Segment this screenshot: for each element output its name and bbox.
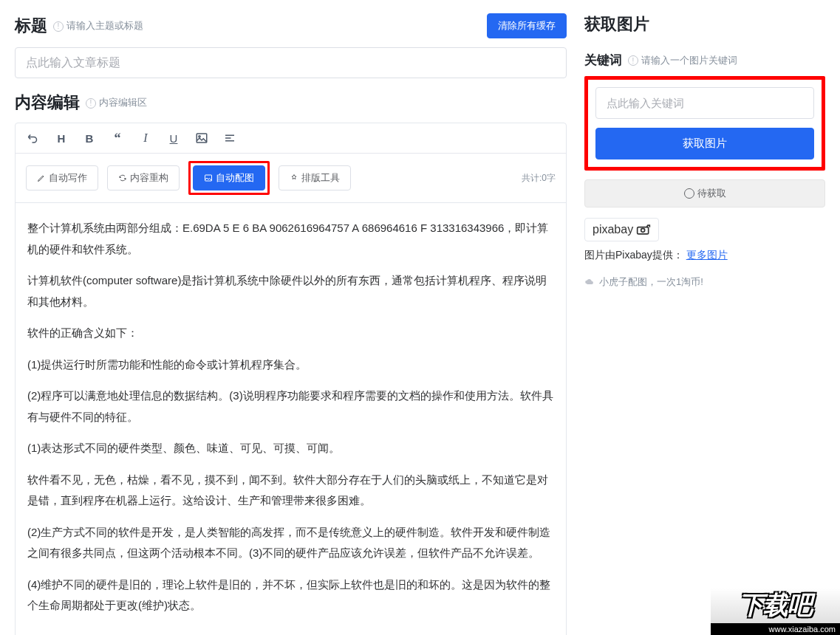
circle-icon <box>684 188 694 199</box>
paragraph: 整个计算机系统由两部分组成：E.69DA 5 E 6 BA 9062616964… <box>27 218 554 260</box>
info-icon: ! <box>628 55 638 66</box>
svg-point-7 <box>641 228 645 232</box>
status-pending-button[interactable]: 待获取 <box>584 179 825 207</box>
action-toolbar: 自动写作 内容重构 自动配图 排版工具 共计:0字 <box>16 154 566 203</box>
tool-icon <box>290 174 298 182</box>
align-icon[interactable] <box>222 131 237 145</box>
article-title-input[interactable] <box>15 47 567 78</box>
image-icon[interactable] <box>194 131 209 145</box>
word-count: 共计:0字 <box>522 172 556 185</box>
keyword-label: 关键词 <box>584 52 622 69</box>
paragraph: (2)生产方式不同的软件是开发，是人类智能的高发挥，而不是传统意义上的硬件制造。… <box>27 522 554 564</box>
watermark: 下载吧 www.xiazaiba.com <box>711 588 840 635</box>
sidebar: 获取图片 关键词 ! 请输入一个图片关键词 获取图片 待获取 pixabay 图… <box>581 0 840 635</box>
paragraph: 软件看不见，无色，枯燥，看不见，摸不到，闻不到。软件大部分存在于人们的头脑或纸上… <box>27 470 554 512</box>
title-header: 标题 ! 请输入主题或标题 清除所有缓存 <box>15 13 567 38</box>
title-hint: ! 请输入主题或标题 <box>53 19 143 32</box>
image-source: 图片由Pixabay提供： 更多图片 <box>584 249 825 262</box>
watermark-url: www.xiazaiba.com <box>711 623 840 635</box>
paragraph: (2)程序可以满意地处理信息的数据结构。(3)说明程序功能要求和程序需要的文档的… <box>27 385 554 428</box>
watermark-text: 下载吧 <box>739 588 812 622</box>
paragraph: (4)维护不同的硬件是旧的，理论上软件是旧的，并不坏，但实际上软件也是旧的和坏的… <box>27 574 554 617</box>
format-toolbar: H B “ I U <box>16 123 566 154</box>
auto-image-highlight: 自动配图 <box>188 161 270 195</box>
heading-icon[interactable]: H <box>54 131 69 145</box>
content-section-label: 内容编辑 <box>15 92 80 114</box>
keyword-input[interactable] <box>595 87 814 119</box>
paragraph: (1)表达形式不同的硬件类型、颜色、味道、可见、可摸、可闻。 <box>27 438 554 459</box>
get-image-title: 获取图片 <box>584 13 649 35</box>
editor-box: H B “ I U 自动写作 内容重构 <box>15 123 567 635</box>
tip-line: 小虎子配图，一次1淘币! <box>584 275 825 289</box>
paragraph: 计算机软件(computer software)是指计算机系统中除硬件以外的所有… <box>27 270 554 312</box>
paragraph: (1)提供运行时所需功能和性能的命令或计算机程序集合。 <box>27 354 554 376</box>
content-area[interactable]: 整个计算机系统由两部分组成：E.69DA 5 E 6 BA 9062616964… <box>16 203 566 635</box>
auto-image-button[interactable]: 自动配图 <box>193 165 265 190</box>
underline-icon[interactable]: U <box>166 131 181 145</box>
content-header: 内容编辑 ! 内容编辑区 <box>15 92 567 114</box>
restructure-button[interactable]: 内容重构 <box>107 165 180 190</box>
pencil-icon <box>37 174 46 182</box>
picture-icon <box>204 174 213 182</box>
info-icon: ! <box>53 21 64 32</box>
cloud-icon <box>584 277 595 287</box>
layout-tool-button[interactable]: 排版工具 <box>279 165 351 190</box>
refresh-icon <box>118 174 127 182</box>
get-image-button[interactable]: 获取图片 <box>595 128 814 159</box>
undo-icon[interactable] <box>26 131 41 145</box>
svg-point-1 <box>199 136 200 137</box>
paragraph: 软件的正确含义如下： <box>27 323 554 344</box>
title-section-label: 标题 <box>15 15 47 37</box>
keyword-highlight-box: 获取图片 <box>584 76 825 171</box>
camera-icon <box>636 224 651 235</box>
info-icon: ! <box>86 98 96 109</box>
bold-icon[interactable]: B <box>82 131 97 145</box>
content-hint: ! 内容编辑区 <box>86 96 147 109</box>
more-images-link[interactable]: 更多图片 <box>686 249 728 261</box>
pixabay-badge: pixabay <box>584 218 659 241</box>
keyword-hint: ! 请输入一个图片关键词 <box>628 54 737 67</box>
clear-cache-button[interactable]: 清除所有缓存 <box>487 13 567 38</box>
auto-write-button[interactable]: 自动写作 <box>26 165 98 190</box>
main-panel: 标题 ! 请输入主题或标题 清除所有缓存 内容编辑 ! 内容编辑区 H <box>0 0 581 635</box>
quote-icon[interactable]: “ <box>110 131 125 145</box>
italic-icon[interactable]: I <box>138 131 153 145</box>
